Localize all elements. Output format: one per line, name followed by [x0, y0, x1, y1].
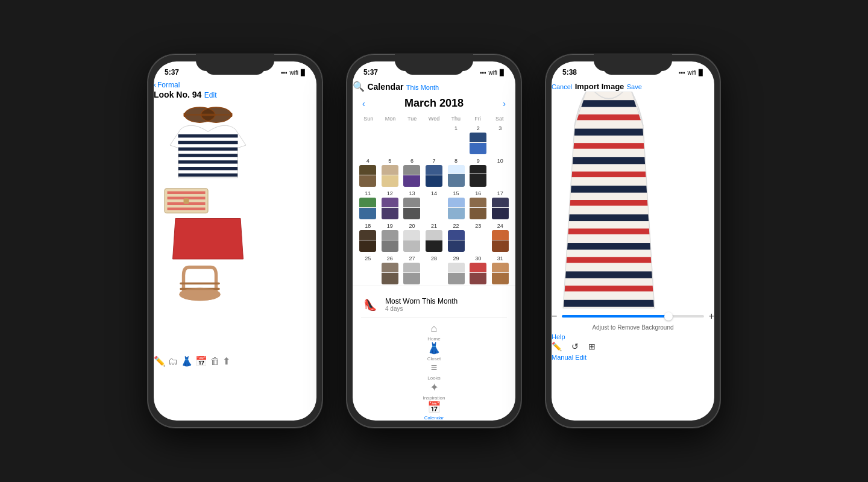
phone2-status-icons: ▪▪▪ wifi ▉ — [480, 69, 505, 76]
phone2-calendar-area[interactable]: ‹ March 2018 › Sun Mon Tue Wed Thu Fri S… — [353, 92, 515, 322]
cal-day-16[interactable]: 16 — [468, 189, 489, 221]
slider-minus-button[interactable]: − — [552, 311, 557, 322]
cal-cell-empty-4 — [424, 124, 445, 155]
tab-inspiration-icon: ✦ — [430, 381, 439, 394]
phone1-edit-button[interactable]: Edit — [204, 91, 217, 99]
outfit-thumb-16 — [470, 198, 486, 219]
cal-day-22[interactable]: 22 — [445, 222, 467, 253]
svg-rect-83 — [552, 228, 665, 234]
svg-point-24 — [179, 288, 220, 301]
phone1-delete-icon[interactable]: 🗑 — [210, 356, 220, 366]
phone2-thismonth-button[interactable]: This Month — [406, 84, 439, 91]
outfit-thumb-5 — [382, 165, 398, 187]
outfit-thumb-29 — [448, 263, 465, 284]
svg-rect-85 — [552, 257, 665, 263]
cal-day-15[interactable]: 15 — [445, 189, 467, 221]
manual-edit-button[interactable]: Manual Edit — [552, 354, 587, 361]
slider-thumb[interactable] — [664, 312, 673, 321]
svg-rect-11 — [178, 148, 238, 151]
svg-rect-9 — [178, 134, 238, 137]
svg-rect-33 — [426, 165, 442, 175]
slider-track[interactable] — [562, 315, 703, 318]
calendar-month-title: March 2018 — [404, 97, 464, 110]
tab-inspiration[interactable]: ✦ Inspiration — [353, 381, 515, 401]
cal-day-1[interactable]: 1 — [445, 124, 467, 155]
outfit-thumb-15 — [448, 198, 465, 219]
svg-rect-76 — [552, 129, 665, 136]
phone1-outfit-icon[interactable]: 👗 — [181, 356, 193, 366]
cal-day-12[interactable]: 12 — [380, 189, 401, 221]
cal-day-26[interactable]: 26 — [380, 254, 401, 286]
weekday-wed: Wed — [423, 114, 445, 123]
cal-day-23[interactable]: 23 — [468, 222, 489, 253]
cal-day-11[interactable]: 11 — [357, 189, 379, 221]
tab-looks[interactable]: ≡ Looks — [353, 362, 515, 381]
phone1-calendar-icon[interactable]: 📅 — [195, 356, 207, 366]
slider-plus-button[interactable]: + — [709, 311, 714, 322]
cal-day-30[interactable]: 30 — [468, 254, 489, 286]
calendar-prev-button[interactable]: ‹ — [362, 99, 365, 108]
cal-day-7[interactable]: 7 — [424, 157, 445, 188]
phone1-signal-icon: ▪▪▪ — [281, 69, 288, 76]
cal-day-10[interactable]: 10 — [489, 157, 511, 188]
phone3-save-button[interactable]: Save — [627, 83, 642, 90]
svg-rect-28 — [359, 175, 376, 187]
cal-day-31[interactable]: 31 — [489, 254, 511, 286]
svg-rect-81 — [552, 200, 665, 205]
outfit-thumb-30 — [470, 263, 486, 284]
svg-rect-59 — [448, 230, 465, 240]
cal-day-24[interactable]: 24 — [489, 222, 511, 253]
calendar-next-button[interactable]: › — [503, 99, 506, 108]
grid-icon[interactable]: ⊞ — [588, 342, 596, 351]
stat-most-worn: 👠 Most Worn This Month 4 days — [361, 292, 507, 318]
svg-rect-52 — [359, 240, 376, 252]
cal-day-2[interactable]: 2 — [468, 124, 489, 155]
phone1-back-button[interactable]: ‹ Formal — [154, 81, 316, 89]
phone1-share-icon[interactable]: ⬆ — [222, 356, 230, 366]
edit-pencil-icon[interactable]: ✏️ — [552, 342, 562, 351]
cal-day-27[interactable]: 27 — [401, 254, 423, 286]
phone3-slider-area: − + Adjust to Remove Background — [552, 311, 714, 331]
cal-day-28[interactable]: 28 — [424, 254, 445, 286]
svg-rect-70 — [470, 273, 486, 284]
outfit-thumb-13 — [403, 198, 420, 219]
tab-closet[interactable]: 👗 Closet — [353, 342, 515, 362]
outfit-thumb-11 — [359, 198, 376, 219]
tab-home[interactable]: ⌂ Home — [353, 322, 515, 342]
cal-day-19[interactable]: 19 — [380, 222, 401, 253]
cal-day-6[interactable]: 6 — [401, 157, 423, 188]
phones-container: 5:37 ▪▪▪ wifi ▉ ‹ Formal Look No. 94 Edi… — [148, 54, 720, 428]
cal-day-9[interactable]: 9 — [468, 157, 489, 188]
phone3-cancel-button[interactable]: Cancel — [552, 83, 572, 90]
cal-day-17[interactable]: 17 — [489, 189, 511, 221]
cal-day-13[interactable]: 13 — [401, 189, 423, 221]
cal-day-20[interactable]: 20 — [401, 222, 423, 253]
cal-day-14[interactable]: 14 — [424, 189, 445, 221]
phone1-edit-icon[interactable]: ✏️ — [154, 356, 166, 366]
cal-day-18[interactable]: 18 — [357, 222, 379, 253]
svg-rect-29 — [382, 165, 398, 175]
tab-calendar[interactable]: 📅 Calendar — [353, 401, 515, 421]
phone1-folder-icon[interactable]: 🗂 — [168, 356, 178, 366]
svg-rect-40 — [359, 208, 376, 219]
cal-day-5[interactable]: 5 — [380, 157, 401, 188]
help-button[interactable]: Help — [552, 333, 565, 340]
outfit-display — [154, 100, 262, 353]
phone2-search-icon[interactable]: 🔍 — [353, 81, 365, 92]
tab-inspiration-label: Inspiration — [423, 395, 445, 401]
svg-rect-63 — [382, 263, 398, 272]
outfit-thumb-21 — [426, 230, 442, 252]
rotate-icon[interactable]: ↺ — [571, 342, 579, 351]
phone2-time: 5:37 — [363, 68, 378, 77]
phone1-wifi-icon: wifi — [290, 69, 298, 76]
tab-calendar-icon: 📅 — [427, 401, 441, 414]
cal-day-3[interactable]: 3 — [489, 124, 511, 155]
cal-day-25[interactable]: 25 — [357, 254, 379, 286]
cal-day-29[interactable]: 29 — [445, 254, 467, 286]
cal-day-4[interactable]: 4 — [357, 157, 379, 188]
calendar-stats: 👠 Most Worn This Month 4 days ☆ 0 Day St… — [353, 286, 515, 322]
svg-rect-17 — [168, 192, 206, 195]
cal-day-8[interactable]: 8 — [445, 157, 467, 188]
cal-day-21[interactable]: 21 — [424, 222, 445, 253]
weekday-tue: Tue — [401, 114, 423, 123]
